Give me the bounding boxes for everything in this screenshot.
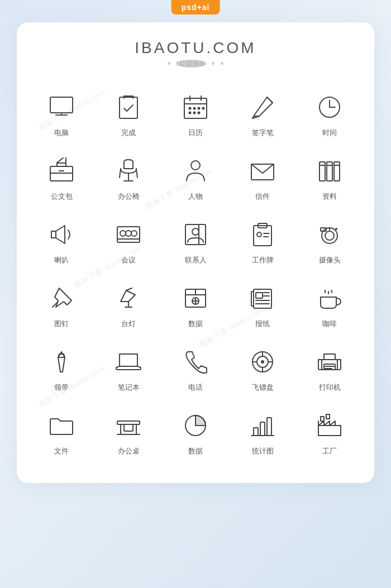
phone-label: 电话 <box>188 383 203 393</box>
svg-point-28 <box>191 161 200 170</box>
pin-icon <box>46 283 77 313</box>
briefcase-label: 公文包 <box>51 192 73 202</box>
tie-icon <box>46 347 77 377</box>
dot3 <box>221 62 223 65</box>
svg-point-54 <box>335 228 337 230</box>
megaphone-label: 喇叭 <box>54 255 69 265</box>
icon-cell-laptop: 笔记本 <box>95 339 162 397</box>
icon-cell-newspaper: 报纸 <box>229 275 296 333</box>
svg-point-43 <box>192 228 199 235</box>
svg-line-58 <box>126 288 132 290</box>
complete-icon <box>113 92 144 122</box>
contact-icon <box>180 219 211 250</box>
svg-rect-3 <box>120 97 137 118</box>
icon-cell-person: 人物 <box>162 148 229 206</box>
newspaper-label: 报纸 <box>255 319 270 329</box>
svg-rect-96 <box>124 424 133 431</box>
factory-icon <box>314 410 345 441</box>
coffee-icon <box>314 283 345 313</box>
mail-icon <box>247 156 278 186</box>
svg-point-8 <box>189 107 191 109</box>
pin-label: 图钉 <box>54 319 69 329</box>
svg-point-40 <box>131 231 137 236</box>
factory-label: 工厂 <box>322 446 337 456</box>
briefcase-icon <box>46 156 77 186</box>
icon-cell-calendar: 日历 <box>162 84 229 142</box>
complete-label: 完成 <box>121 128 136 138</box>
svg-point-47 <box>257 232 261 237</box>
tie-label: 领带 <box>54 383 69 393</box>
svg-marker-77 <box>58 354 65 357</box>
icon-cell-desk: 办公桌 <box>95 403 162 461</box>
contact-label: 联系人 <box>185 255 207 265</box>
svg-rect-71 <box>251 291 254 306</box>
calendar-icon <box>180 92 211 122</box>
svg-rect-106 <box>318 426 341 436</box>
dot1 <box>168 62 170 65</box>
svg-rect-103 <box>267 418 271 436</box>
dot2 <box>212 62 214 65</box>
icon-cell-camera: 摄像头 <box>296 212 363 270</box>
calendar-label: 日历 <box>188 128 203 138</box>
svg-point-12 <box>189 112 191 113</box>
svg-point-86 <box>261 360 264 364</box>
camera-label: 摄像头 <box>319 255 341 265</box>
svg-point-10 <box>198 107 200 109</box>
phone-icon <box>180 347 211 377</box>
icon-cell-factory: 工厂 <box>296 403 363 461</box>
data-label: 数据 <box>188 319 203 329</box>
icons-label: ICONS <box>177 60 206 68</box>
folder-icon <box>46 410 77 441</box>
icon-cell-mail: 信件 <box>229 148 296 206</box>
icon-cell-chair: 办公椅 <box>95 148 162 206</box>
pen-label: 签字笔 <box>252 128 274 138</box>
icon-cell-tie: 领带 <box>28 339 95 397</box>
lamp-label: 台灯 <box>121 319 136 329</box>
card-subtitle: ICONS <box>28 59 363 68</box>
icon-cell-barchart: 统计图 <box>229 403 296 461</box>
chair-label: 办公椅 <box>118 192 140 202</box>
badge-icon <box>247 219 278 250</box>
svg-point-11 <box>203 107 204 109</box>
megaphone-icon <box>46 219 77 250</box>
piechart-icon <box>180 410 211 441</box>
clock-label: 时间 <box>322 128 337 138</box>
icon-cell-contact: 联系人 <box>162 212 229 270</box>
laptop-icon <box>113 347 144 377</box>
svg-point-13 <box>194 112 196 113</box>
icons-grid: 电脑 完成 日历 签字笔 时间 <box>28 84 363 461</box>
icon-cell-coffee: 咖啡 <box>296 275 363 333</box>
icon-cell-printer: 打印机 <box>296 339 363 397</box>
camera-icon <box>314 219 345 250</box>
frisbee-label: 飞镖盘 <box>252 383 274 393</box>
svg-point-9 <box>194 107 196 109</box>
svg-line-26 <box>120 169 121 178</box>
files-label: 资料 <box>322 192 337 202</box>
pen-icon <box>247 92 278 122</box>
desk-label: 办公桌 <box>118 446 140 456</box>
meeting-label: 会议 <box>121 255 136 265</box>
icon-cell-megaphone: 喇叭 <box>28 212 95 270</box>
icon-cell-briefcase: 公文包 <box>28 148 95 206</box>
chair-icon <box>113 156 144 186</box>
svg-rect-45 <box>254 226 271 246</box>
card-title: IBAOTU.COM <box>28 39 363 57</box>
mail-label: 信件 <box>255 192 270 202</box>
icon-cell-folder: 文件 <box>28 403 95 461</box>
printer-icon <box>314 347 345 377</box>
svg-point-39 <box>126 231 131 236</box>
icon-cell-pin: 图钉 <box>28 275 95 333</box>
icon-cell-badge: 工作牌 <box>229 212 296 270</box>
svg-rect-78 <box>120 354 137 366</box>
frisbee-icon <box>247 347 278 377</box>
svg-rect-102 <box>260 422 265 436</box>
badge-label: 工作牌 <box>252 255 274 265</box>
svg-line-27 <box>136 169 137 178</box>
svg-rect-109 <box>326 414 330 419</box>
laptop-label: 笔记本 <box>118 383 140 393</box>
coffee-label: 咖啡 <box>322 319 337 329</box>
meeting-icon <box>113 219 144 250</box>
person-label: 人物 <box>188 192 203 202</box>
icon-cell-data: 数据 <box>162 275 229 333</box>
icon-cell-pen: 签字笔 <box>229 84 296 142</box>
